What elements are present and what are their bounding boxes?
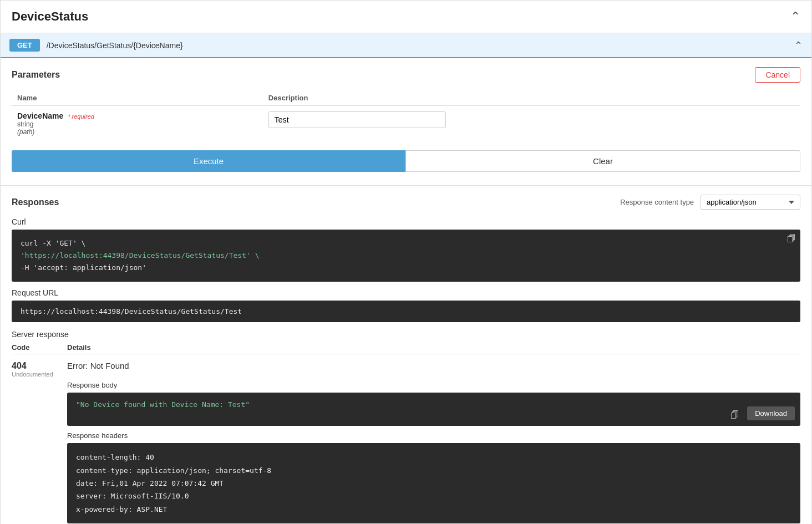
param-input-cell xyxy=(263,106,800,142)
parameters-section: Parameters Cancel Name Description Devic… xyxy=(1,58,811,186)
response-code-cell: 404 Undocumented xyxy=(12,361,67,378)
response-body-copy-button[interactable]: 🗍 xyxy=(730,410,739,420)
parameters-table: Name Description DeviceName * required s… xyxy=(12,90,800,141)
col-code-header: Code xyxy=(12,343,67,352)
cancel-button[interactable]: Cancel xyxy=(755,67,800,83)
header-content-length: content-length: 40 xyxy=(76,451,791,464)
curl-label: Curl xyxy=(12,217,800,226)
required-label: * required xyxy=(68,113,94,120)
response-headers-label: Response headers xyxy=(67,431,800,440)
col-details-header: Details xyxy=(67,343,800,352)
param-name-cell: DeviceName * required string (path) xyxy=(12,106,263,142)
header-server: server: Microsoft-IIS/10.0 xyxy=(76,490,791,502)
curl-line2: 'https://localhost:44398/DeviceStatus/Ge… xyxy=(21,251,259,260)
responses-header: Responses Response content type applicat… xyxy=(12,195,800,210)
parameters-header: Parameters Cancel xyxy=(12,67,800,83)
header-content-type: content-type: application/json; charset=… xyxy=(76,464,791,477)
curl-line1: curl -X 'GET' \ xyxy=(21,239,85,247)
device-name-input[interactable] xyxy=(268,111,446,128)
responses-section: Responses Response content type applicat… xyxy=(1,186,811,524)
clear-button[interactable]: Clear xyxy=(405,150,800,172)
server-response-label: Server response xyxy=(12,330,800,339)
server-response-section: Server response Code Details 404 Undocum… xyxy=(12,330,800,523)
page-header: DeviceStatus ⌃ xyxy=(1,1,811,33)
download-button[interactable]: Download xyxy=(747,406,795,420)
curl-code-block: curl -X 'GET' \ 'https://localhost:44398… xyxy=(12,230,800,282)
execute-button[interactable]: Execute xyxy=(12,150,405,172)
response-row: 404 Undocumented Error: Not Found xyxy=(12,358,800,381)
header-date: date: Fri,01 Apr 2022 07:07:42 GMT xyxy=(76,477,791,490)
api-path: /DeviceStatus/GetStatus/{DeviceName} xyxy=(47,41,794,50)
close-button[interactable]: ⌃ xyxy=(790,9,800,24)
response-body-content: "No Device found with Device Name: Test" xyxy=(76,400,250,409)
response-body-label: Response body xyxy=(67,381,800,389)
responses-title: Responses xyxy=(12,197,59,207)
header-x-powered-by: x-powered-by: ASP.NET xyxy=(76,503,791,516)
param-name: DeviceName xyxy=(17,111,63,120)
param-location: (path) xyxy=(17,128,257,136)
get-bar: GET /DeviceStatus/GetStatus/{DeviceName}… xyxy=(1,33,811,58)
curl-line3: -H 'accept: application/json' xyxy=(21,263,146,272)
response-headers-block: content-length: 40 content-type: applica… xyxy=(67,443,800,523)
request-url-section: Request URL https://localhost:44398/Devi… xyxy=(12,288,800,322)
request-url-label: Request URL xyxy=(12,288,800,297)
http-method-badge: GET xyxy=(9,39,40,52)
response-table-header: Code Details xyxy=(12,343,800,354)
content-type-area: Response content type application/json xyxy=(620,195,800,210)
error-label: Error: Not Found xyxy=(67,361,800,370)
request-url-block: https://localhost:44398/DeviceStatus/Get… xyxy=(12,301,800,322)
col-name-header: Name xyxy=(12,90,263,106)
response-body-block: "No Device found with Device Name: Test"… xyxy=(67,393,800,426)
response-code: 404 xyxy=(12,361,67,371)
table-row: DeviceName * required string (path) xyxy=(12,106,800,142)
action-buttons: Execute Clear xyxy=(12,150,800,172)
page-title: DeviceStatus xyxy=(12,9,88,24)
param-type: string xyxy=(17,120,257,128)
curl-copy-button[interactable]: 🗍 xyxy=(787,234,796,244)
response-details-cell: Error: Not Found xyxy=(67,361,800,375)
curl-section: Curl curl -X 'GET' \ 'https://localhost:… xyxy=(12,217,800,282)
response-undocumented: Undocumented xyxy=(12,371,67,378)
parameters-title: Parameters xyxy=(12,70,60,80)
collapse-button[interactable]: ⌃ xyxy=(794,39,803,52)
content-type-label: Response content type xyxy=(620,198,694,206)
content-type-select[interactable]: application/json xyxy=(701,195,800,210)
col-description-header: Description xyxy=(263,90,800,106)
request-url-value: https://localhost:44398/DeviceStatus/Get… xyxy=(21,307,242,316)
